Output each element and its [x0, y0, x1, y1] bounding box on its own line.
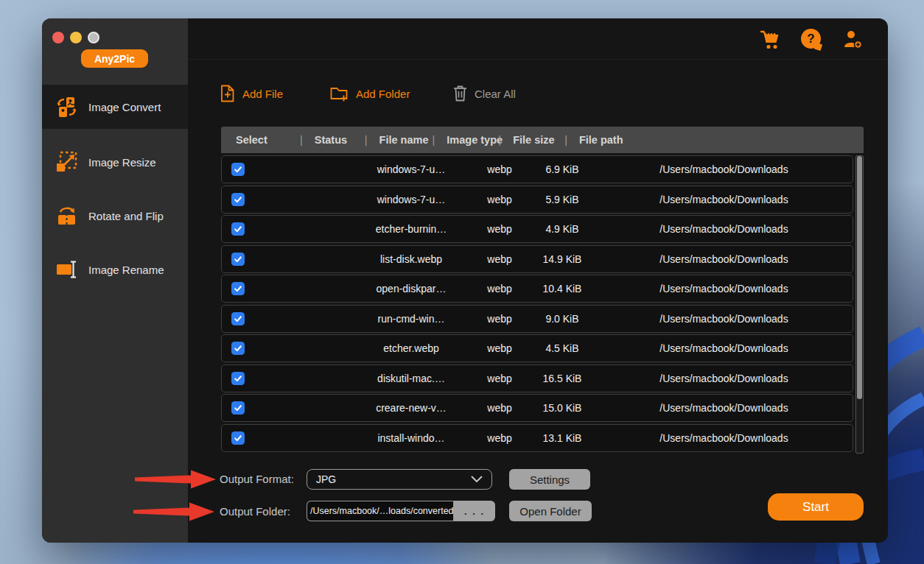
- checkmark-icon: [233, 283, 243, 294]
- sidebar-item-rotate-and-flip[interactable]: Rotate and Flip: [42, 197, 188, 234]
- image-rename-icon: [55, 258, 79, 281]
- clear-all-button[interactable]: Clear All: [452, 83, 516, 104]
- add-user-icon[interactable]: [842, 29, 864, 51]
- table-row[interactable]: install-windo… webp 13.1 KiB /Users/macb…: [221, 424, 853, 452]
- help-icon[interactable]: ?: [801, 29, 823, 51]
- sidebar-item-image-resize[interactable]: Image Resize: [42, 144, 188, 180]
- file-size-cell: 13.1 KiB: [529, 432, 595, 444]
- file-name-cell: list-disk.webp: [352, 253, 470, 265]
- file-name-cell: open-diskpar…: [352, 283, 470, 295]
- output-format-value: JPG: [316, 473, 336, 485]
- row-checkbox[interactable]: [231, 372, 245, 385]
- file-size-cell: 16.5 KiB: [529, 373, 595, 384]
- row-checkbox[interactable]: [231, 193, 245, 206]
- row-checkbox[interactable]: [231, 222, 245, 236]
- header-image-type: Image type: [435, 134, 498, 146]
- sidebar-item-image-rename[interactable]: Image Rename: [42, 251, 188, 288]
- header-file-path: File path: [567, 134, 623, 146]
- file-path-cell: /Users/macbook/Downloads: [595, 253, 853, 265]
- add-folder-label: Add Folder: [356, 88, 410, 100]
- file-name-cell: etcher.webp: [352, 342, 470, 354]
- output-folder-input[interactable]: /Users/macbook/…loads/converted: [307, 501, 454, 521]
- add-file-button[interactable]: Add File: [220, 83, 283, 104]
- start-button[interactable]: Start: [768, 493, 864, 521]
- sidebar-item-label: Image Resize: [88, 156, 156, 169]
- sidebar-item-label: Rotate and Flip: [88, 210, 164, 222]
- table-row[interactable]: windows-7-u… webp 5.9 KiB /Users/macbook…: [221, 186, 853, 214]
- output-format-select[interactable]: JPG: [307, 469, 492, 490]
- table-scrollbar[interactable]: [855, 155, 864, 454]
- file-size-cell: 5.9 KiB: [529, 194, 595, 205]
- sidebar: Any2Pic Image Convert Imag: [42, 18, 188, 543]
- image-type-cell: webp: [470, 402, 529, 414]
- table-row[interactable]: diskutil-mac.… webp 16.5 KiB /Users/macb…: [221, 364, 853, 392]
- checkmark-icon: [233, 164, 243, 175]
- table-row[interactable]: list-disk.webp webp 14.9 KiB /Users/macb…: [221, 245, 853, 273]
- file-size-cell: 15.0 KiB: [529, 402, 595, 414]
- file-name-cell: install-windo…: [352, 432, 470, 444]
- chevron-down-icon: [471, 476, 483, 483]
- row-checkbox[interactable]: [231, 312, 245, 325]
- file-size-cell: 14.9 KiB: [529, 253, 595, 265]
- row-checkbox[interactable]: [231, 163, 245, 176]
- row-checkbox[interactable]: [231, 431, 245, 445]
- file-path-cell: /Users/macbook/Downloads: [595, 163, 853, 175]
- traffic-lights: [52, 32, 99, 43]
- file-size-cell: 10.4 KiB: [529, 283, 595, 295]
- row-checkbox[interactable]: [231, 253, 245, 266]
- open-folder-button[interactable]: Open Folder: [509, 501, 592, 521]
- row-checkbox[interactable]: [231, 401, 245, 415]
- header-file-name: File name: [368, 134, 433, 146]
- file-path-cell: /Users/macbook/Downloads: [595, 313, 853, 325]
- sidebar-item-label: Image Rename: [88, 264, 164, 276]
- file-name-cell: windows-7-u…: [352, 194, 470, 205]
- checkmark-icon: [233, 224, 243, 234]
- add-file-label: Add File: [242, 88, 283, 100]
- table-row[interactable]: creare-new-v… webp 15.0 KiB /Users/macbo…: [221, 394, 853, 422]
- file-path-cell: /Users/macbook/Downloads: [595, 373, 853, 384]
- add-folder-icon: [330, 85, 349, 102]
- row-checkbox[interactable]: [231, 282, 245, 295]
- file-path-cell: /Users/macbook/Downloads: [595, 402, 853, 414]
- table-row[interactable]: windows-7-u… webp 6.9 KiB /Users/macbook…: [221, 155, 853, 183]
- checkmark-icon: [233, 403, 243, 413]
- open-folder-label: Open Folder: [519, 505, 581, 518]
- table-header: Select | Status | File name | Image type…: [221, 127, 864, 153]
- settings-label: Settings: [530, 473, 570, 486]
- image-type-cell: webp: [470, 313, 529, 325]
- add-file-icon: [220, 85, 236, 102]
- clear-all-label: Clear All: [475, 88, 516, 100]
- table-row[interactable]: etcher.webp webp 4.5 KiB /Users/macbook/…: [221, 334, 853, 362]
- settings-button[interactable]: Settings: [509, 469, 590, 490]
- checkmark-icon: [233, 254, 243, 264]
- sidebar-item-image-convert[interactable]: Image Convert: [42, 85, 188, 129]
- row-checkbox[interactable]: [231, 342, 245, 355]
- table-row[interactable]: open-diskpar… webp 10.4 KiB /Users/macbo…: [221, 275, 853, 303]
- scrollbar-thumb[interactable]: [857, 156, 862, 399]
- file-path-cell: /Users/macbook/Downloads: [595, 342, 853, 354]
- file-path-cell: /Users/macbook/Downloads: [595, 432, 853, 444]
- cart-icon[interactable]: [760, 29, 782, 51]
- file-name-cell: diskutil-mac.…: [352, 373, 470, 384]
- table-body: windows-7-u… webp 6.9 KiB /Users/macbook…: [221, 155, 853, 452]
- sidebar-item-label: Image Convert: [88, 101, 161, 113]
- app-logo-badge: Any2Pic: [81, 49, 148, 68]
- checkmark-icon: [233, 433, 243, 443]
- browse-folder-button[interactable]: . . .: [454, 501, 495, 521]
- file-path-cell: /Users/macbook/Downloads: [595, 194, 853, 205]
- file-name-cell: creare-new-v…: [352, 402, 470, 414]
- header-select: Select: [221, 134, 300, 146]
- close-button[interactable]: [52, 32, 64, 43]
- image-type-cell: webp: [470, 223, 529, 235]
- file-path-cell: /Users/macbook/Downloads: [595, 283, 853, 295]
- output-folder-label: Output Folder:: [220, 505, 290, 518]
- output-folder-control: /Users/macbook/…loads/converted . . .: [307, 501, 495, 521]
- checkmark-icon: [233, 343, 243, 353]
- add-folder-button[interactable]: Add Folder: [330, 83, 410, 104]
- table-row[interactable]: etcher-burnin… webp 4.9 KiB /Users/macbo…: [221, 215, 853, 243]
- minimize-button[interactable]: [70, 32, 82, 43]
- image-resize-icon: [55, 150, 79, 174]
- app-window: Any2Pic Image Convert Imag: [42, 18, 888, 543]
- table-row[interactable]: run-cmd-win… webp 9.0 KiB /Users/macbook…: [221, 305, 853, 333]
- zoom-button[interactable]: [88, 32, 99, 43]
